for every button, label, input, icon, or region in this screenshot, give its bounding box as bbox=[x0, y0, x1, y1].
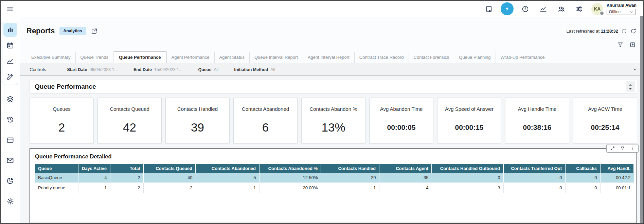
sidebar-item-pie-chart-icon[interactable] bbox=[3, 174, 17, 188]
status-select[interactable]: Offline bbox=[607, 9, 636, 15]
tab-wrap-up-performance[interactable]: Wrap-Up Performance bbox=[496, 52, 550, 63]
tab-queue-performance[interactable]: Queue Performance bbox=[113, 51, 167, 63]
sidebar-item-layers-icon[interactable] bbox=[3, 92, 17, 106]
sidebar-lower-group bbox=[3, 92, 17, 208]
kpi-label: Avg ACW Time bbox=[573, 106, 637, 112]
sidebar bbox=[1, 17, 20, 223]
kpi-card-queues[interactable]: Queues2 bbox=[30, 98, 94, 144]
column-header-days-active[interactable]: Days Active bbox=[78, 164, 110, 173]
download-icon[interactable] bbox=[629, 41, 636, 48]
stepper-up-icon[interactable] bbox=[629, 84, 632, 86]
kpi-card-contacts-queued[interactable]: Contacts Queued42 bbox=[97, 98, 162, 144]
kpi-card-contacts-handled[interactable]: Contacts Handled39 bbox=[165, 98, 230, 144]
tab-queue-trends[interactable]: Queue Trends bbox=[75, 52, 113, 63]
kpi-card-avg-abandon-time[interactable]: Avg Abandon Time00:00:05 bbox=[369, 98, 433, 144]
sidebar-item-browser-window-icon[interactable] bbox=[3, 133, 17, 147]
cell: 2 bbox=[143, 183, 196, 193]
kpi-label: Contacts Abandon % bbox=[302, 106, 365, 112]
filter-value: All bbox=[270, 67, 275, 72]
tab-queue-interval-report[interactable]: Queue Interval Report bbox=[249, 52, 303, 63]
tab-executive-summary[interactable]: Executive Summary bbox=[26, 52, 75, 63]
filter-initiation-method[interactable]: Initiation MethodAll bbox=[234, 66, 275, 72]
sidebar-item-bar-chart-icon[interactable] bbox=[3, 23, 17, 37]
kpi-card-contacts-abandoned[interactable]: Contacts Abandoned6 bbox=[233, 98, 298, 144]
filter-funnel-icon[interactable] bbox=[617, 41, 624, 48]
filter-start-date[interactable]: Start Date09/04/2023 1... bbox=[67, 66, 118, 72]
window-scrollbar[interactable] bbox=[640, 16, 643, 223]
sidebar-item-calendar-icon[interactable] bbox=[3, 39, 17, 52]
tab-contact-forensics[interactable]: Contact Forensics bbox=[409, 52, 454, 63]
column-header-contacts-agent[interactable]: Contacts Agent bbox=[379, 164, 432, 173]
sidebar-item-gear-icon[interactable] bbox=[3, 194, 17, 208]
column-header-queue[interactable]: Queue bbox=[35, 164, 78, 173]
filter-label: Initiation Method bbox=[234, 67, 268, 72]
user-area: KA Khurram Awan Offline bbox=[591, 3, 637, 15]
column-header-callbacks[interactable]: Callbacks bbox=[565, 164, 600, 173]
tab-agent-performance[interactable]: Agent Performance bbox=[167, 52, 214, 63]
settings-sliders-icon[interactable] bbox=[575, 5, 583, 13]
sidebar-analytics-group bbox=[2, 22, 18, 85]
kpi-label: Avg Abandon Time bbox=[370, 106, 433, 112]
kpi-card-avg-acw-time[interactable]: Avg ACW Time00:25:14 bbox=[573, 98, 637, 144]
kpi-value: 42 bbox=[98, 121, 161, 134]
refresh-icon[interactable] bbox=[630, 28, 637, 34]
column-header-contacts-abandoned[interactable]: Contacts Abandoned bbox=[196, 164, 259, 173]
filter-end-date[interactable]: End Date15/04/2023 1... bbox=[133, 66, 183, 72]
controls-expand-chevron-icon[interactable] bbox=[632, 67, 638, 72]
help-icon[interactable]: ? bbox=[521, 5, 529, 13]
column-header-avg-handl[interactable]: Avg Handl. bbox=[600, 164, 634, 173]
external-link-icon[interactable] bbox=[91, 28, 98, 35]
sidebar-item-design-brush-icon[interactable] bbox=[3, 70, 17, 84]
column-header-total[interactable]: Total bbox=[110, 164, 143, 173]
kpi-value: 00:25:14 bbox=[573, 123, 637, 132]
quick-actions-icon[interactable] bbox=[501, 2, 514, 15]
tab-queue-planning[interactable]: Queue Planning bbox=[454, 52, 495, 63]
kpi-card-avg-handle-time[interactable]: Avg Handle Time00:38:16 bbox=[505, 98, 569, 144]
kpi-value: 13% bbox=[302, 121, 365, 134]
widget-filter-funnel-icon[interactable] bbox=[620, 146, 625, 151]
avatar[interactable]: KA bbox=[591, 3, 603, 15]
kebab-menu-icon[interactable] bbox=[630, 146, 635, 151]
kpi-label: Avg Speed of Answer bbox=[437, 106, 501, 112]
section-stepper[interactable] bbox=[626, 81, 635, 92]
kpi-label: Contacts Abandoned bbox=[234, 106, 297, 112]
column-header-contacts-handled-outbound[interactable]: Contacts Handled Outbound bbox=[432, 164, 503, 173]
column-header-contacts-queued[interactable]: Contacts Queued bbox=[143, 164, 196, 173]
sidebar-item-history-icon[interactable] bbox=[3, 113, 17, 126]
column-header-contacts-handled[interactable]: Contacts Handled bbox=[321, 164, 379, 173]
tab-agent-interval-report[interactable]: Agent Interval Report bbox=[303, 52, 354, 63]
cell: 0 bbox=[565, 183, 600, 193]
cell: BasicQueue bbox=[35, 173, 78, 183]
topbar-right: ? KA Khurram Awan Offline bbox=[485, 2, 637, 15]
table-row-priority-queue[interactable]: Priority queue122120.00%1430000:01:1 bbox=[35, 183, 634, 193]
agents-icon[interactable] bbox=[557, 5, 565, 13]
page-header: Reports Analytics Last refreshed at 11:2… bbox=[20, 17, 643, 63]
cell: 2 bbox=[110, 183, 143, 193]
controls-bar: Controls Start Date09/04/2023 1...End Da… bbox=[20, 63, 643, 76]
column-header-contacts-abandoned[interactable]: Contacts Abandoned % bbox=[259, 164, 321, 173]
queue-performance-detailed-panel[interactable]: Queue Performance Detailed QueueDays Act… bbox=[30, 148, 637, 223]
kpi-card-contacts-abandon[interactable]: Contacts Abandon %13% bbox=[301, 98, 365, 144]
note-icon[interactable] bbox=[485, 5, 493, 13]
hamburger-menu-icon[interactable] bbox=[5, 4, 15, 14]
cell: 0 bbox=[503, 183, 565, 193]
controls-label: Controls bbox=[30, 67, 46, 72]
expand-icon[interactable] bbox=[610, 146, 615, 151]
kpi-card-avg-speed-of-answer[interactable]: Avg Speed of Answer00:00:15 bbox=[437, 98, 501, 144]
cell: 4 bbox=[379, 183, 432, 193]
tab-contract-trace-record[interactable]: Contract Trace Record bbox=[354, 52, 409, 63]
tab-agent-status[interactable]: Agent Status bbox=[214, 52, 249, 63]
info-icon[interactable] bbox=[621, 28, 627, 34]
stepper-down-icon[interactable] bbox=[629, 88, 632, 90]
sidebar-item-mail-icon[interactable] bbox=[3, 154, 17, 167]
page-title: Reports bbox=[26, 27, 55, 35]
report-tabs: Executive SummaryQueue TrendsQueue Perfo… bbox=[26, 51, 643, 63]
metrics-icon[interactable] bbox=[539, 5, 547, 13]
sidebar-item-line-chart-icon[interactable] bbox=[3, 54, 17, 68]
filter-value: 09/04/2023 1... bbox=[89, 67, 118, 72]
cell: 1 bbox=[78, 183, 110, 193]
dashboard-content: Queue Performance Queues2Contacts Queued… bbox=[20, 76, 643, 223]
table-row-basicqueue[interactable]: BasicQueue4240512.50%293500000:42:2 bbox=[35, 173, 634, 183]
filter-queue[interactable]: QueueAll bbox=[198, 66, 218, 72]
column-header-contacts-tranferred-out[interactable]: Contacts Tranferred Out bbox=[503, 164, 565, 173]
